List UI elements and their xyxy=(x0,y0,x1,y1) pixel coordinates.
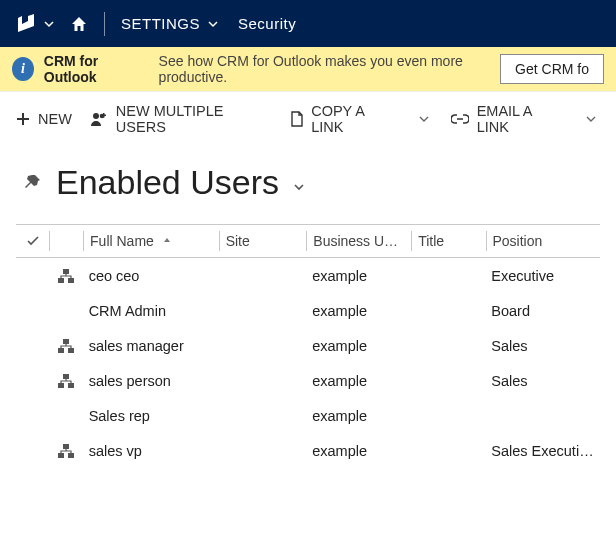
cmd-label: NEW xyxy=(38,111,72,127)
chevron-down-icon xyxy=(208,19,218,29)
breadcrumb-label: Security xyxy=(238,15,296,32)
copy-a-link-dropdown[interactable] xyxy=(415,110,433,128)
grid-header-row: Full Name Site Business Unit… Title Posi… xyxy=(16,224,600,258)
get-crm-button[interactable]: Get CRM fo xyxy=(500,54,604,84)
table-row[interactable]: ceo ceoexampleExecutive xyxy=(16,258,600,293)
nav-area-settings[interactable]: SETTINGS xyxy=(111,0,228,47)
nav-area-label: SETTINGS xyxy=(121,15,200,32)
nav-home[interactable] xyxy=(60,0,98,47)
cell-business-unit[interactable]: example xyxy=(306,408,411,424)
notice-title: CRM for Outlook xyxy=(44,53,145,85)
link-icon xyxy=(451,113,469,125)
svg-rect-12 xyxy=(58,453,64,458)
column-label: Position xyxy=(492,233,542,249)
pin-icon[interactable] xyxy=(22,173,42,193)
email-a-link-dropdown[interactable] xyxy=(582,110,600,128)
column-header-business-unit[interactable]: Business Unit… xyxy=(307,233,411,249)
hierarchy-icon[interactable] xyxy=(49,339,82,353)
plus-icon xyxy=(16,112,30,126)
svg-rect-7 xyxy=(68,348,74,353)
view-title-bar: Enabled Users xyxy=(0,145,616,224)
column-label: Business Unit… xyxy=(313,233,411,249)
table-row[interactable]: sales personexampleSales xyxy=(16,363,600,398)
chevron-down-icon xyxy=(44,19,54,29)
table-row[interactable]: Sales repexample xyxy=(16,398,600,433)
cell-full-name[interactable]: sales vp xyxy=(83,443,219,459)
cell-position: Sales xyxy=(485,373,600,389)
column-label: Full Name xyxy=(90,233,154,249)
svg-rect-3 xyxy=(58,278,64,283)
svg-rect-4 xyxy=(68,278,74,283)
home-icon xyxy=(70,15,88,33)
top-nav: SETTINGS Security xyxy=(0,0,616,47)
grid-body: ceo ceoexampleExecutiveCRM AdminexampleB… xyxy=(16,258,600,468)
svg-rect-9 xyxy=(58,383,64,388)
svg-rect-2 xyxy=(63,269,69,274)
caret-down-icon xyxy=(419,114,429,124)
column-label: Site xyxy=(226,233,250,249)
dynamics-logo-icon xyxy=(16,14,36,34)
column-header-title[interactable]: Title xyxy=(412,233,485,249)
column-label: Title xyxy=(418,233,444,249)
svg-point-0 xyxy=(93,113,99,119)
notice-text: See how CRM for Outlook makes you even m… xyxy=(159,53,500,85)
cmd-label: NEW MULTIPLE USERS xyxy=(116,103,271,135)
cell-business-unit[interactable]: example xyxy=(306,338,411,354)
cell-full-name[interactable]: ceo ceo xyxy=(83,268,219,284)
svg-rect-11 xyxy=(63,444,69,449)
column-header-full-name[interactable]: Full Name xyxy=(84,233,219,249)
column-header-site[interactable]: Site xyxy=(220,233,307,249)
outlook-notice-bar: i CRM for Outlook See how CRM for Outloo… xyxy=(0,47,616,92)
svg-rect-5 xyxy=(63,339,69,344)
cell-position: Board xyxy=(485,303,600,319)
svg-rect-13 xyxy=(68,453,74,458)
cell-business-unit[interactable]: example xyxy=(306,443,411,459)
cell-business-unit[interactable]: example xyxy=(306,373,411,389)
command-bar: NEW NEW MULTIPLE USERS COPY A LINK EMAIL… xyxy=(0,92,616,145)
cell-full-name[interactable]: sales manager xyxy=(83,338,219,354)
cell-position: Executive xyxy=(485,268,600,284)
email-a-link-button[interactable]: EMAIL A LINK xyxy=(451,103,564,135)
cell-position: Sales Executives xyxy=(485,443,600,459)
new-multiple-users-button[interactable]: NEW MULTIPLE USERS xyxy=(90,103,271,135)
cell-full-name[interactable]: sales person xyxy=(83,373,219,389)
nav-breadcrumb-security[interactable]: Security xyxy=(228,0,306,47)
new-button[interactable]: NEW xyxy=(16,111,72,127)
copy-a-link-button[interactable]: COPY A LINK xyxy=(289,103,396,135)
table-row[interactable]: sales managerexampleSales xyxy=(16,328,600,363)
cell-business-unit[interactable]: example xyxy=(306,303,411,319)
view-selector-dropdown[interactable] xyxy=(293,181,305,193)
select-all-checkbox[interactable] xyxy=(16,233,49,249)
caret-down-icon xyxy=(586,114,596,124)
hierarchy-icon[interactable] xyxy=(49,269,82,283)
cell-full-name[interactable]: Sales rep xyxy=(83,408,219,424)
column-header-position[interactable]: Position xyxy=(486,233,600,249)
hierarchy-icon[interactable] xyxy=(49,444,82,458)
cell-business-unit[interactable]: example xyxy=(306,268,411,284)
table-row[interactable]: CRM AdminexampleBoard xyxy=(16,293,600,328)
svg-rect-6 xyxy=(58,348,64,353)
app-logo[interactable] xyxy=(8,0,60,47)
sort-asc-icon xyxy=(162,233,172,249)
info-icon: i xyxy=(12,57,34,81)
cell-full-name[interactable]: CRM Admin xyxy=(83,303,219,319)
svg-rect-8 xyxy=(63,374,69,379)
cell-position: Sales xyxy=(485,338,600,354)
hierarchy-icon[interactable] xyxy=(49,374,82,388)
copy-page-icon xyxy=(289,111,303,127)
users-grid: Full Name Site Business Unit… Title Posi… xyxy=(0,224,616,468)
page-title: Enabled Users xyxy=(56,163,279,202)
nav-divider xyxy=(104,12,105,36)
column-separator xyxy=(49,231,50,251)
svg-rect-10 xyxy=(68,383,74,388)
table-row[interactable]: sales vpexampleSales Executives xyxy=(16,433,600,468)
check-icon xyxy=(25,233,41,249)
users-plus-icon xyxy=(90,111,108,127)
cmd-label: EMAIL A LINK xyxy=(477,103,564,135)
cmd-label: COPY A LINK xyxy=(311,103,396,135)
